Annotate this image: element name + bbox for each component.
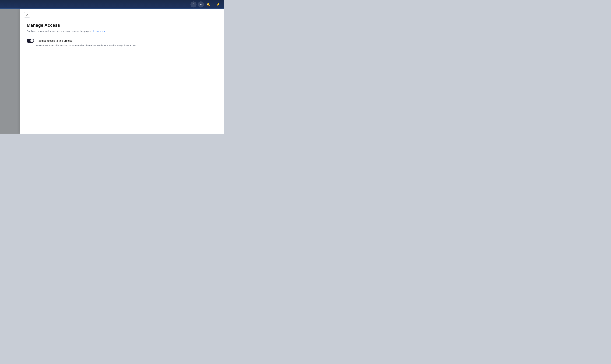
toggle-row: Restrict access to this project: [27, 39, 218, 43]
modal-title: Manage Access: [27, 23, 218, 28]
toggle-section: Restrict access to this project Projects…: [27, 39, 218, 47]
toggle-description: Projects are accessible to all workspace…: [36, 44, 218, 47]
flash-button[interactable]: ⚡: [215, 1, 221, 7]
modal-header: ✕: [20, 9, 224, 18]
toggle-track: [27, 39, 34, 43]
manage-access-modal: ✕ Manage Access Configure which workspac…: [20, 9, 224, 134]
close-button[interactable]: ✕: [24, 12, 30, 18]
modal-body: Manage Access Configure which workspace …: [20, 18, 224, 53]
notification-button[interactable]: 🔔: [205, 1, 211, 7]
subtitle-text: Configure which workspace members can ac…: [27, 30, 92, 32]
toggle-thumb: [30, 39, 34, 42]
star-button[interactable]: ☆: [190, 1, 197, 7]
flash-icon: ⚡: [217, 3, 220, 6]
top-nav: ☆ ● 🔔 ⚡: [0, 0, 224, 9]
nav-divider: [213, 2, 213, 6]
restrict-access-toggle[interactable]: [27, 39, 34, 43]
profile-button[interactable]: ●: [198, 1, 204, 7]
notification-icon: 🔔: [207, 3, 210, 6]
toggle-label: Restrict access to this project: [37, 39, 72, 42]
learn-more-link[interactable]: Learn more: [93, 30, 106, 32]
profile-icon: ●: [200, 2, 202, 6]
star-icon: ☆: [192, 3, 195, 6]
modal-overlay: ✕ Manage Access Configure which workspac…: [0, 9, 224, 134]
modal-subtitle: Configure which workspace members can ac…: [27, 29, 218, 33]
close-icon: ✕: [26, 13, 28, 16]
